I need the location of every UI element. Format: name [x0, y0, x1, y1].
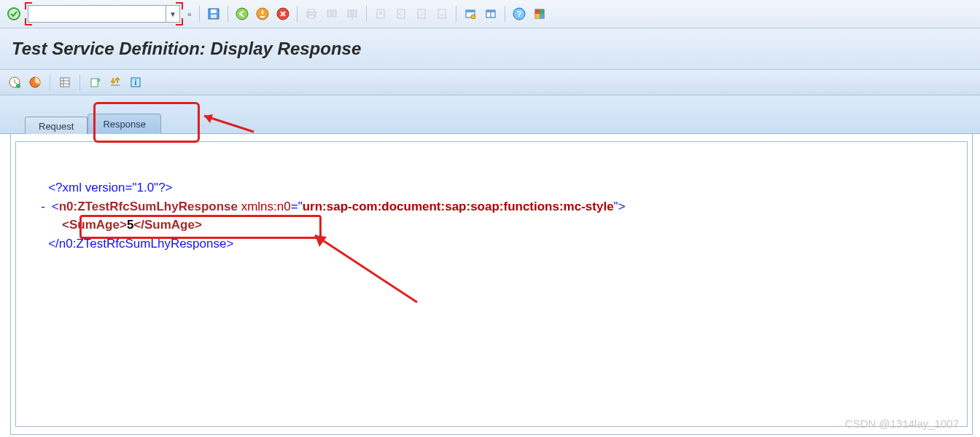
separator: [228, 6, 228, 22]
tabstrip: Request Response: [25, 111, 980, 133]
chevron-down-icon: ▼: [169, 10, 176, 18]
svg-point-0: [8, 8, 20, 20]
separator: [79, 74, 80, 90]
separator: [199, 6, 200, 22]
help-icon[interactable]: ?: [511, 6, 527, 22]
content-frame: <?xml version="1.0"?> - <n0:ZTestRfcSumL…: [10, 134, 973, 435]
svg-rect-19: [466, 10, 475, 12]
next-page-icon: [413, 6, 429, 22]
svg-rect-3: [211, 15, 217, 18]
svg-text:?: ?: [516, 9, 521, 18]
svg-rect-29: [535, 14, 540, 18]
xml-content: <?xml version="1.0"?> - <n0:ZTestRfcSumL…: [38, 178, 945, 253]
tabstrip-container: Request Response: [0, 95, 980, 134]
exit-icon[interactable]: [254, 6, 271, 22]
xml-decl: <?xml version="1.0"?>: [38, 181, 173, 194]
xml-viewer: <?xml version="1.0"?> - <n0:ZTestRfcSumL…: [15, 141, 968, 427]
new-session-icon[interactable]: [462, 6, 478, 22]
pie-icon[interactable]: [28, 75, 42, 90]
svg-rect-34: [61, 78, 69, 87]
main-toolbar: ▼ « ?: [0, 0, 980, 28]
svg-rect-16: [418, 9, 425, 18]
back-icon[interactable]: [234, 6, 250, 22]
ok-icon[interactable]: [6, 6, 22, 22]
svg-rect-17: [438, 9, 446, 18]
info-icon[interactable]: i: [128, 75, 143, 90]
sumage-close: </SumAge>: [133, 218, 202, 232]
clock-icon[interactable]: [7, 75, 22, 90]
collapse-toggle[interactable]: -: [38, 197, 48, 216]
save-icon[interactable]: [206, 6, 222, 22]
command-field-wrap: ▼: [26, 4, 182, 24]
tab-response[interactable]: Response: [88, 114, 161, 134]
separator: [505, 6, 505, 22]
svg-rect-27: [535, 9, 540, 14]
collapse-toolbar-icon[interactable]: «: [187, 10, 192, 18]
app-toolbar: i: [0, 70, 980, 95]
svg-rect-28: [540, 9, 544, 14]
customize-icon[interactable]: [532, 6, 548, 22]
separator: [297, 6, 298, 22]
svg-point-32: [16, 84, 20, 88]
watermark: CSDN @1314lay_1007: [845, 417, 959, 430]
last-page-icon: [434, 6, 450, 22]
sumage-value: 5: [127, 218, 133, 232]
svg-rect-8: [308, 9, 314, 12]
command-input[interactable]: [28, 7, 166, 21]
tab-request[interactable]: Request: [25, 117, 88, 135]
svg-text:i: i: [134, 78, 136, 87]
root-element: n0:ZTestRfcSumLhyResponse: [59, 200, 238, 213]
svg-rect-11: [332, 10, 336, 17]
svg-rect-13: [353, 10, 357, 17]
svg-rect-30: [540, 14, 544, 18]
cancel-icon[interactable]: [275, 6, 291, 22]
import-icon[interactable]: [108, 75, 122, 90]
command-field[interactable]: ▼: [28, 5, 180, 23]
find-next-icon: [344, 6, 360, 22]
export-icon[interactable]: [88, 75, 102, 90]
separator: [456, 6, 456, 22]
svg-rect-38: [91, 79, 98, 87]
print-icon: [303, 6, 319, 22]
first-page-icon: [373, 6, 389, 22]
svg-rect-22: [486, 10, 495, 12]
svg-rect-2: [211, 9, 217, 13]
svg-point-4: [236, 8, 248, 20]
svg-rect-10: [327, 10, 331, 17]
struct-icon[interactable]: [58, 75, 72, 90]
sumage-open: <SumAge>: [62, 218, 127, 232]
svg-point-20: [471, 15, 475, 19]
separator: [50, 74, 50, 90]
svg-rect-12: [348, 10, 351, 17]
title-bar: Test Service Definition: Display Respons…: [0, 28, 980, 70]
find-icon: [324, 6, 340, 22]
page-title: Test Service Definition: Display Respons…: [12, 39, 968, 59]
namespace-value: urn:sap-com:document:sap:soap:functions:…: [303, 200, 614, 213]
root-close: </n0:ZTestRfcSumLhyResponse>: [48, 237, 233, 251]
layout-icon[interactable]: [483, 6, 499, 22]
svg-rect-9: [308, 15, 314, 18]
prev-page-icon: [393, 6, 409, 22]
separator: [366, 6, 367, 22]
